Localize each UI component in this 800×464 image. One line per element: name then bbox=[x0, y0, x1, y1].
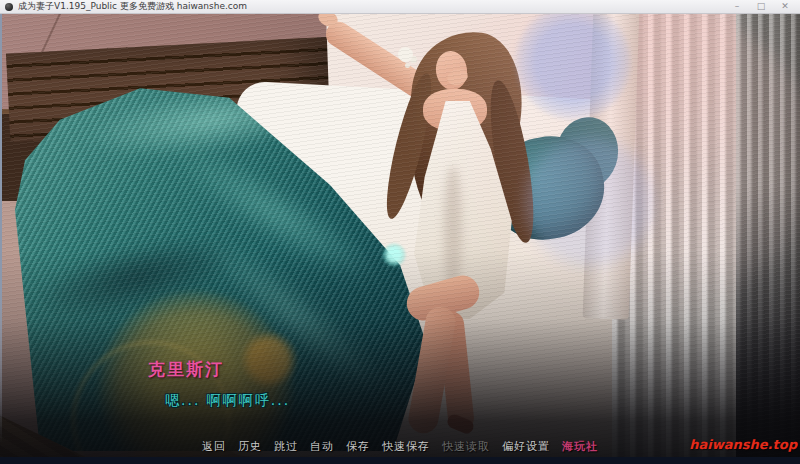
close-button[interactable]: ✕ bbox=[773, 0, 797, 13]
bottom-strip bbox=[0, 457, 800, 464]
game-icon bbox=[5, 3, 13, 11]
menu-history[interactable]: 历史 bbox=[238, 439, 262, 454]
menu-preferences[interactable]: 偏好设置 bbox=[502, 439, 550, 454]
curtain-shadow bbox=[736, 13, 800, 464]
speaker-name: 克里斯汀 bbox=[148, 358, 224, 381]
menu-save[interactable]: 保存 bbox=[346, 439, 370, 454]
game-scene[interactable] bbox=[0, 13, 800, 464]
window-edge bbox=[0, 13, 2, 443]
menu-back[interactable]: 返回 bbox=[202, 439, 226, 454]
menu-haiwanshe[interactable]: 海玩社 bbox=[562, 439, 598, 454]
site-watermark: haiwanshe.top bbox=[689, 437, 797, 452]
maximize-button[interactable]: □ bbox=[749, 0, 773, 13]
window-controls: – □ ✕ bbox=[725, 0, 797, 13]
minimize-button[interactable]: – bbox=[725, 0, 749, 13]
game-window: 成为妻子V1.195_Public 更多免费游戏 haiwanshe.com –… bbox=[0, 0, 800, 464]
menu-skip[interactable]: 跳过 bbox=[274, 439, 298, 454]
titlebar: 成为妻子V1.195_Public 更多免费游戏 haiwanshe.com –… bbox=[0, 0, 800, 14]
hair-flower bbox=[398, 47, 413, 62]
quick-menu: 返回 历史 跳过 自动 保存 快速保存 快速读取 偏好设置 海玩社 bbox=[0, 439, 800, 454]
menu-auto[interactable]: 自动 bbox=[310, 439, 334, 454]
window-title: 成为妻子V1.195_Public 更多免费游戏 haiwanshe.com bbox=[18, 0, 725, 13]
right-curtain bbox=[736, 13, 800, 464]
menu-quick-save[interactable]: 快速保存 bbox=[382, 439, 430, 454]
menu-quick-load: 快速读取 bbox=[442, 439, 490, 454]
dialogue-text: 嗯... 啊啊啊呼... bbox=[165, 392, 290, 410]
